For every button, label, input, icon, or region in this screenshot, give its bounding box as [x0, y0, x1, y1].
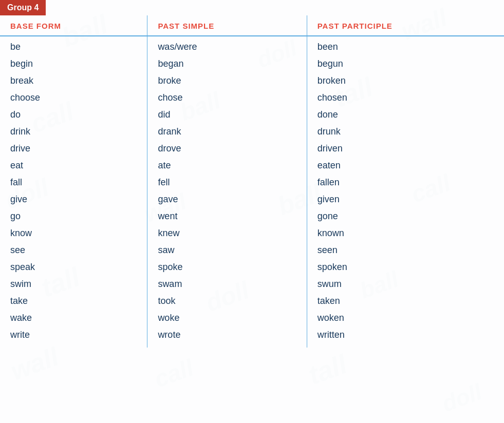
cell-base-form: do	[0, 106, 147, 123]
cell-base-form: drink	[0, 123, 147, 140]
cell-base-form: see	[0, 242, 147, 259]
verb-table: BASE FORM PAST SIMPLE PAST PARTICIPLE be…	[0, 15, 504, 348]
cell-past-participle: woken	[307, 310, 504, 326]
cell-past-participle: begun	[307, 55, 504, 72]
cell-past-simple: fell	[147, 174, 307, 191]
cell-past-participle: taken	[307, 293, 504, 310]
cell-past-simple: woke	[147, 310, 307, 326]
cell-base-form: begin	[0, 55, 147, 72]
table-row: knowknewknown	[0, 225, 504, 242]
cell-past-participle: drunk	[307, 123, 504, 140]
table-row: breakbrokebroken	[0, 72, 504, 89]
cell-past-simple: wrote	[147, 326, 307, 348]
table-row: choosechosechosen	[0, 89, 504, 106]
cell-past-participle: eaten	[307, 157, 504, 174]
cell-base-form: take	[0, 293, 147, 310]
cell-past-simple: went	[147, 208, 307, 225]
cell-past-participle: been	[307, 36, 504, 55]
table-row: gowentgone	[0, 208, 504, 225]
table-row: speakspokespoken	[0, 259, 504, 276]
cell-past-simple: spoke	[147, 259, 307, 276]
cell-past-simple: was/were	[147, 36, 307, 55]
cell-past-simple: saw	[147, 242, 307, 259]
cell-past-simple: took	[147, 293, 307, 310]
cell-past-participle: seen	[307, 242, 504, 259]
table-header-row: BASE FORM PAST SIMPLE PAST PARTICIPLE	[0, 15, 504, 36]
cell-past-participle: written	[307, 326, 504, 348]
table-row: givegavegiven	[0, 191, 504, 208]
cell-base-form: give	[0, 191, 147, 208]
cell-base-form: break	[0, 72, 147, 89]
cell-past-simple: broke	[147, 72, 307, 89]
cell-past-simple: chose	[147, 89, 307, 106]
cell-past-participle: chosen	[307, 89, 504, 106]
cell-base-form: fall	[0, 174, 147, 191]
group-header: Group 4	[0, 0, 46, 15]
cell-base-form: be	[0, 36, 147, 55]
cell-past-participle: fallen	[307, 174, 504, 191]
col-past-simple: PAST SIMPLE	[147, 15, 307, 36]
page-container: Group 4 BASE FORM PAST SIMPLE PAST PARTI…	[0, 0, 504, 423]
cell-base-form: know	[0, 225, 147, 242]
table-row: fallfellfallen	[0, 174, 504, 191]
cell-base-form: go	[0, 208, 147, 225]
table-row: beginbeganbegun	[0, 55, 504, 72]
table-row: eatateeaten	[0, 157, 504, 174]
table-row: dodiddone	[0, 106, 504, 123]
cell-past-simple: drove	[147, 140, 307, 157]
cell-past-participle: known	[307, 225, 504, 242]
col-base-form: BASE FORM	[0, 15, 147, 36]
cell-base-form: swim	[0, 276, 147, 293]
table-row: taketooktaken	[0, 293, 504, 310]
table-row: seesawseen	[0, 242, 504, 259]
cell-base-form: eat	[0, 157, 147, 174]
cell-base-form: write	[0, 326, 147, 348]
table-container: BASE FORM PAST SIMPLE PAST PARTICIPLE be…	[0, 15, 504, 348]
cell-past-simple: began	[147, 55, 307, 72]
cell-past-simple: drank	[147, 123, 307, 140]
cell-past-simple: ate	[147, 157, 307, 174]
cell-base-form: speak	[0, 259, 147, 276]
table-row: writewrotewritten	[0, 326, 504, 348]
cell-past-participle: driven	[307, 140, 504, 157]
cell-base-form: choose	[0, 89, 147, 106]
cell-past-participle: broken	[307, 72, 504, 89]
table-row: bewas/werebeen	[0, 36, 504, 55]
table-row: drinkdrankdrunk	[0, 123, 504, 140]
table-row: wakewokewoken	[0, 310, 504, 326]
cell-past-participle: swum	[307, 276, 504, 293]
cell-past-participle: given	[307, 191, 504, 208]
cell-base-form: drive	[0, 140, 147, 157]
cell-past-simple: gave	[147, 191, 307, 208]
col-past-participle: PAST PARTICIPLE	[307, 15, 504, 36]
cell-past-simple: did	[147, 106, 307, 123]
cell-base-form: wake	[0, 310, 147, 326]
cell-past-participle: done	[307, 106, 504, 123]
table-row: swimswamswum	[0, 276, 504, 293]
cell-past-simple: knew	[147, 225, 307, 242]
cell-past-simple: swam	[147, 276, 307, 293]
cell-past-participle: gone	[307, 208, 504, 225]
table-row: drivedrovedriven	[0, 140, 504, 157]
cell-past-participle: spoken	[307, 259, 504, 276]
